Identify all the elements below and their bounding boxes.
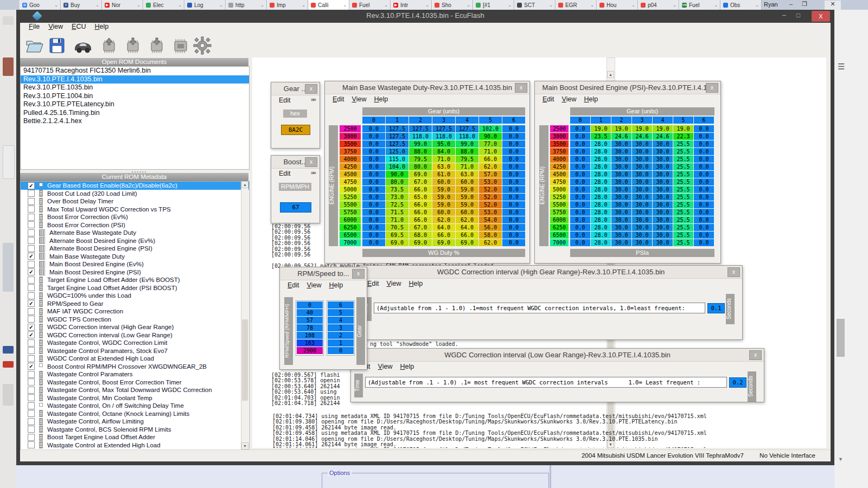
rom-file-item[interactable]: Pulled.4.25.16.Timing.bin <box>21 109 249 118</box>
close-icon[interactable]: x <box>706 83 718 93</box>
metadata-checkbox[interactable] <box>28 245 35 252</box>
browser-tab-fuel[interactable]: Fuel⌄ <box>349 0 391 10</box>
scroll-up-icon[interactable]: ▲ <box>241 181 248 188</box>
metadata-checkbox[interactable]: ✓ <box>28 268 35 275</box>
table-cell[interactable]: 25.5 <box>673 148 693 155</box>
table-cell[interactable]: 30.0 <box>653 201 673 208</box>
metadata-checkbox[interactable] <box>28 410 35 417</box>
metadata-checkbox[interactable] <box>28 229 35 236</box>
table-cell[interactable]: 30.0 <box>653 171 673 178</box>
table-cell[interactable]: 69.0 <box>432 239 455 246</box>
column-header-cell[interactable]: 0 <box>362 117 385 124</box>
table-cell[interactable]: 0.0 <box>694 140 714 147</box>
table-cell[interactable]: 56.0 <box>479 224 502 231</box>
metadata-item[interactable]: Wastegate Control, Min Coolant Temp <box>21 394 249 402</box>
table-cell[interactable]: 28.0 <box>591 178 611 185</box>
table-cell[interactable]: 30.0 <box>632 156 652 163</box>
table-cell[interactable]: 69.0 <box>409 171 432 178</box>
table-cell[interactable]: 30.0 <box>611 186 631 193</box>
tab-chevron-icon[interactable]: ⌄ <box>465 3 470 8</box>
metadata-item[interactable]: ✓Main Base Wastegate Duty <box>21 253 249 261</box>
metadata-checkbox[interactable] <box>28 190 35 197</box>
test-ecu-icon[interactable] <box>171 36 190 55</box>
row-header-cell[interactable]: 6250 <box>550 224 569 231</box>
table-cell[interactable]: 77.0 <box>479 140 502 147</box>
table-cell[interactable]: 69.0 <box>456 239 478 246</box>
table-cell[interactable]: 59.0 <box>456 201 478 208</box>
vehicle-icon[interactable] <box>73 36 93 55</box>
row-header-cell[interactable]: 4750 <box>340 178 361 185</box>
metadata-checkbox[interactable] <box>28 284 35 291</box>
metadata-item[interactable]: Target Engine Load Offset Adder (Ev% BOO… <box>21 276 249 284</box>
write-ecu-alt-icon[interactable] <box>147 36 167 55</box>
close-icon[interactable]: x <box>749 350 762 360</box>
menu-help[interactable]: Help <box>400 363 414 370</box>
table-cell[interactable]: 0.0 <box>362 140 385 147</box>
table-cell[interactable]: 71.0 <box>456 163 478 170</box>
menu-view[interactable]: View <box>378 363 393 370</box>
tab-chevron-icon[interactable]: ⌄ <box>671 3 676 8</box>
table-cell[interactable]: 58.0 <box>479 232 502 239</box>
ecuflash-maximize-icon[interactable]: □ <box>796 11 800 19</box>
table-cell[interactable]: 0.0 <box>570 194 590 201</box>
table-cell[interactable]: 115.0 <box>386 156 409 163</box>
table-cell[interactable]: 0.0 <box>694 125 714 132</box>
metadata-checkbox[interactable] <box>28 206 35 213</box>
scroll-down-icon[interactable]: ▼ <box>241 442 248 450</box>
window-title[interactable]: WGDC Correction interval (Low Gear Range… <box>351 349 764 362</box>
table-cell[interactable]: 0.0 <box>694 201 714 208</box>
metadata-item[interactable]: Wastgate Control, BCS Solenoid RPM Limit… <box>21 426 249 434</box>
axis-key-cell[interactable]: 163 <box>297 339 323 346</box>
scalar-value-cell[interactable]: 0.1 <box>707 303 725 313</box>
table-cell[interactable]: 0.0 <box>362 232 385 239</box>
table-cell[interactable]: 0.0 <box>362 216 385 223</box>
table-cell[interactable]: 72.5 <box>386 201 409 208</box>
column-header-cell[interactable]: 4 <box>456 117 478 124</box>
table-cell[interactable]: 30.0 <box>653 178 673 185</box>
scroll-up-icon[interactable]: ▲ <box>607 71 614 78</box>
table-cell[interactable]: 0.0 <box>502 224 525 231</box>
row-header-cell[interactable]: 4000 <box>340 156 361 163</box>
table-cell[interactable]: 0.0 <box>362 171 385 178</box>
metadata-item[interactable]: Boost Error Correction (PSI) <box>21 221 249 229</box>
table-cell[interactable]: 63.0 <box>456 171 478 178</box>
table-cell[interactable]: 67.0 <box>409 224 432 231</box>
menu-ecu[interactable]: ECU <box>72 23 86 30</box>
table-cell[interactable]: 25.5 <box>673 178 693 185</box>
table-cell[interactable]: 69.0 <box>409 239 432 246</box>
browser-tab-buy[interactable]: fBuy⌄ <box>61 0 102 10</box>
table-cell[interactable]: 79.5 <box>409 156 432 163</box>
metadata-checkbox[interactable] <box>28 347 35 354</box>
table-cell[interactable]: 19.0 <box>591 125 611 132</box>
close-icon[interactable]: x <box>515 83 527 93</box>
tab-chevron-icon[interactable]: ⌄ <box>259 3 264 8</box>
table-cell[interactable]: 28.0 <box>591 140 611 147</box>
tab-chevron-icon[interactable]: ⌄ <box>589 3 594 8</box>
table-cell[interactable]: 0.0 <box>502 178 525 185</box>
metadata-item[interactable]: Boost Error Correction (Ev%) <box>21 213 249 221</box>
table-cell[interactable]: 25.5 <box>673 216 693 223</box>
gear-value-cell[interactable]: 6 <box>328 301 354 309</box>
metadata-item[interactable]: ✓RPM/Speed to Gear <box>21 300 249 308</box>
metadata-checkbox[interactable]: ✓ <box>28 331 35 338</box>
row-header-cell[interactable]: 7000 <box>550 239 569 246</box>
metadata-checkbox[interactable]: ✓ <box>28 363 35 370</box>
table-cell[interactable]: 30.0 <box>611 178 631 185</box>
menu-view[interactable]: View <box>562 95 577 103</box>
close-icon[interactable]: x <box>727 267 740 277</box>
table-cell[interactable]: 66.0 <box>409 201 432 208</box>
table-cell[interactable]: 68.0 <box>409 232 432 239</box>
row-header-cell[interactable]: 2500 <box>340 125 361 132</box>
column-header-cell[interactable]: 5 <box>673 117 693 124</box>
row-header-cell[interactable]: 5750 <box>340 209 361 216</box>
browser-tab-imp[interactable]: Imp⌄ <box>267 0 308 10</box>
table-cell[interactable]: 80.0 <box>409 163 432 170</box>
metadata-checkbox[interactable] <box>28 371 35 378</box>
tab-chevron-icon[interactable]: ⌄ <box>630 3 635 8</box>
table-cell[interactable]: 71.5 <box>386 209 409 216</box>
display-mode-chip[interactable]: hex <box>283 110 307 118</box>
browser-tab-http[interactable]: http⌄ <box>226 0 267 10</box>
metadata-item[interactable]: Wastegate Control, Octane (Knock Learnin… <box>21 410 249 418</box>
gear-value-cell[interactable]: 3 <box>328 324 354 331</box>
browser-tab-intr[interactable]: ▶Intr⌄ <box>391 0 432 10</box>
